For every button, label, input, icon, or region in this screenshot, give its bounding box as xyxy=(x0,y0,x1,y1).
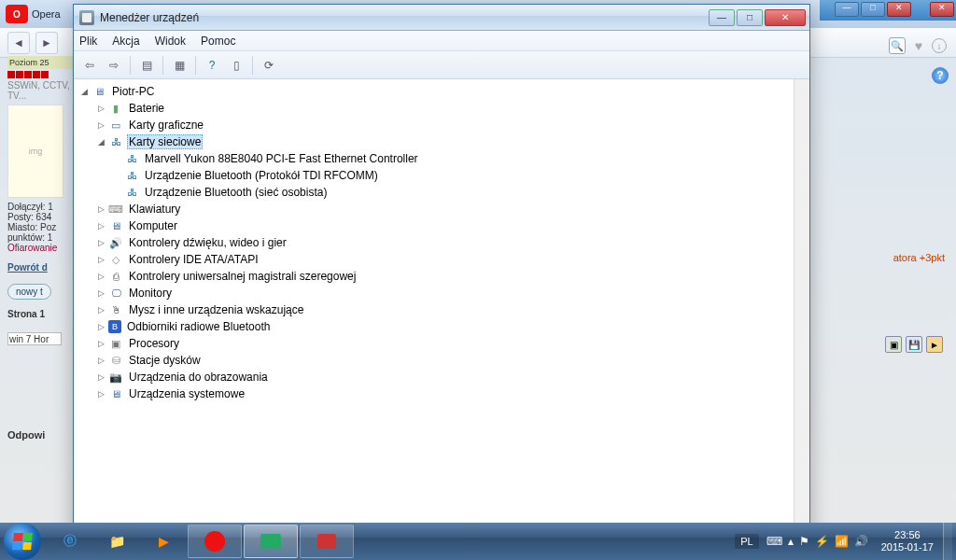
tray-volume-icon[interactable]: 🔊 xyxy=(854,535,868,548)
clock[interactable]: 23:56 2015-01-17 xyxy=(876,529,939,553)
bg-close-button-3[interactable]: ✕ xyxy=(930,2,954,17)
help-button[interactable]: ? xyxy=(202,55,222,76)
taskbar-media-player[interactable]: ▶ xyxy=(141,525,186,558)
tree-node-processors[interactable]: ▷ ▣ Procesory xyxy=(76,335,792,352)
tree-node-monitors[interactable]: ▷ 🖵 Monitory xyxy=(76,285,792,301)
action-icon[interactable]: ▣ xyxy=(885,336,902,353)
forum-action-icons: ▣ 💾 ► xyxy=(885,336,943,353)
tree-node-sound[interactable]: ▷ 🔊 Kontrolery dźwięku, wideo i gier xyxy=(76,234,792,251)
taskbar-ie[interactable]: ⓔ xyxy=(48,525,92,558)
new-topic-button[interactable]: nowy t xyxy=(7,284,51,300)
nav-back-button[interactable]: ⇦ xyxy=(79,55,100,76)
browser-top-right: 🔍 ♥ ↓ xyxy=(889,37,947,54)
reputation-bar xyxy=(7,71,73,78)
tray-network-icon[interactable]: 📶 xyxy=(835,535,849,548)
update-driver-button[interactable]: ⟳ xyxy=(259,55,279,76)
expand-icon[interactable]: ▷ xyxy=(96,288,106,299)
post-textarea[interactable]: win 7 Hor xyxy=(7,332,62,345)
expand-icon[interactable]: ▷ xyxy=(96,372,106,383)
help-icon[interactable]: ? xyxy=(932,67,949,84)
network-adapter-icon: 🖧 xyxy=(108,134,123,149)
tree-node-network-device[interactable]: 🖧 Marvell Yukon 88E8040 PCI-E Fast Ether… xyxy=(76,150,792,167)
tray-chevron-icon[interactable]: ▴ xyxy=(788,535,794,548)
tree-node-computer[interactable]: ▷ 🖥 Komputer xyxy=(76,217,792,234)
tree-node-keyboards[interactable]: ▷ ⌨ Klawiatury xyxy=(76,201,792,217)
back-button[interactable]: ◄ xyxy=(7,32,30,54)
bg-close-button[interactable]: ✕ xyxy=(887,2,911,17)
collapse-icon[interactable]: ◢ xyxy=(79,87,90,97)
expand-icon[interactable]: ▷ xyxy=(96,305,106,315)
expand-icon[interactable]: ▷ xyxy=(96,356,106,366)
back-link[interactable]: Powrót d xyxy=(7,262,48,273)
expand-icon[interactable]: ▷ xyxy=(96,255,106,265)
scan-hardware-button[interactable]: ▯ xyxy=(226,55,246,76)
processor-icon: ▣ xyxy=(108,336,123,351)
minimize-button[interactable]: — xyxy=(709,9,735,26)
expand-icon[interactable]: ▷ xyxy=(96,389,106,399)
expand-icon[interactable]: ▷ xyxy=(96,339,106,349)
device-manager-icon xyxy=(79,10,94,25)
menu-help[interactable]: Pomoc xyxy=(201,35,235,48)
tree-node-mice[interactable]: ▷ 🖱 Mysz i inne urządzenia wskazujące xyxy=(76,301,792,318)
close-button[interactable]: ✕ xyxy=(765,9,806,26)
user-joined: Dołączył: 1 xyxy=(7,202,73,212)
tray-flag-icon[interactable]: ⚑ xyxy=(799,535,809,548)
taskbar: ⓔ 📁 ▶ PL ⌨ ▴ ⚑ ⚡ 📶 🔊 23:56 2015-01-17 xyxy=(0,523,956,560)
expand-icon[interactable]: ▷ xyxy=(96,204,106,215)
tree-node-system-devices[interactable]: ▷ 🖥 Urządzenia systemowe xyxy=(76,385,792,402)
menubar: Plik Akcja Widok Pomoc xyxy=(74,31,809,51)
properties-button[interactable]: ▦ xyxy=(169,55,190,76)
tree-node-network-adapters[interactable]: ◢ 🖧 Karty sieciowe xyxy=(76,133,792,150)
computer-category-icon: 🖥 xyxy=(108,218,123,233)
clock-time: 23:56 xyxy=(881,529,934,541)
show-hide-console-button[interactable]: ▤ xyxy=(136,55,157,76)
start-button[interactable] xyxy=(4,523,41,560)
expand-icon[interactable]: ▷ xyxy=(96,238,106,248)
bg-min-button[interactable]: — xyxy=(835,2,859,17)
user-donation: Ofiarowanie xyxy=(7,243,73,253)
windows-logo-icon xyxy=(12,533,33,550)
menu-action[interactable]: Akcja xyxy=(112,35,139,48)
collapse-icon[interactable]: ◢ xyxy=(96,137,106,147)
tree-node-ide[interactable]: ▷ ◇ Kontrolery IDE ATA/ATAPI xyxy=(76,251,792,268)
search-icon[interactable]: 🔍 xyxy=(889,37,906,54)
titlebar[interactable]: Menedżer urządzeń — □ ✕ xyxy=(74,5,809,31)
expand-icon[interactable]: ▷ xyxy=(96,104,106,114)
tree-node-usb[interactable]: ▷ ⎙ Kontrolery uniwersalnej magistrali s… xyxy=(76,268,792,285)
tree-node-disk-drives[interactable]: ▷ ⛁ Stacje dysków xyxy=(76,352,792,369)
taskbar-device-manager[interactable] xyxy=(244,525,298,558)
scrollbar[interactable] xyxy=(794,79,809,535)
action-icon[interactable]: 💾 xyxy=(906,336,922,353)
expand-icon[interactable]: ▷ xyxy=(96,221,106,231)
menu-view[interactable]: Widok xyxy=(155,35,186,48)
download-icon[interactable]: ↓ xyxy=(932,38,947,53)
forward-button[interactable]: ► xyxy=(35,32,58,54)
tree-node-network-device[interactable]: 🖧 Urządzenie Bluetooth (sieć osobista) xyxy=(76,184,792,201)
tree-node-bluetooth[interactable]: ▷ B Odbiorniki radiowe Bluetooth xyxy=(76,318,792,335)
tree-root[interactable]: ◢ 🖥 Piotr-PC xyxy=(76,83,792,100)
language-indicator[interactable]: PL xyxy=(735,534,758,549)
expand-icon[interactable]: ▷ xyxy=(96,120,106,131)
menu-file[interactable]: Plik xyxy=(79,35,97,48)
system-tray: PL ⌨ ▴ ⚑ ⚡ 📶 🔊 23:56 2015-01-17 xyxy=(735,529,943,553)
tree-node-network-device[interactable]: 🖧 Urządzenie Bluetooth (Protokół TDI RFC… xyxy=(76,167,792,184)
expand-icon[interactable]: ▷ xyxy=(96,322,106,332)
window-title: Menedżer urządzeń xyxy=(100,11,709,24)
gadget-icon xyxy=(260,534,281,549)
maximize-button[interactable]: □ xyxy=(737,9,763,26)
bg-max-button[interactable]: □ xyxy=(861,2,885,17)
taskbar-toolbox[interactable] xyxy=(300,525,354,558)
show-desktop-button[interactable] xyxy=(943,523,952,560)
taskbar-opera[interactable] xyxy=(188,525,242,558)
favorite-icon[interactable]: ♥ xyxy=(915,38,922,53)
tree-node-imaging[interactable]: ▷ 📷 Urządzenia do obrazowania xyxy=(76,369,792,385)
tree-node-display-adapters[interactable]: ▷ ▭ Karty graficzne xyxy=(76,117,792,133)
tray-keyboard-icon[interactable]: ⌨ xyxy=(766,535,782,548)
taskbar-explorer[interactable]: 📁 xyxy=(94,525,139,558)
device-tree[interactable]: ◢ 🖥 Piotr-PC ▷ ▮ Baterie ▷ ▭ Karty grafi… xyxy=(74,79,794,535)
nav-forward-button[interactable]: ⇨ xyxy=(104,55,124,76)
expand-icon[interactable]: ▷ xyxy=(96,272,106,282)
action-icon[interactable]: ► xyxy=(926,336,943,353)
tree-node-batteries[interactable]: ▷ ▮ Baterie xyxy=(76,100,792,117)
tray-power-icon[interactable]: ⚡ xyxy=(815,535,829,548)
